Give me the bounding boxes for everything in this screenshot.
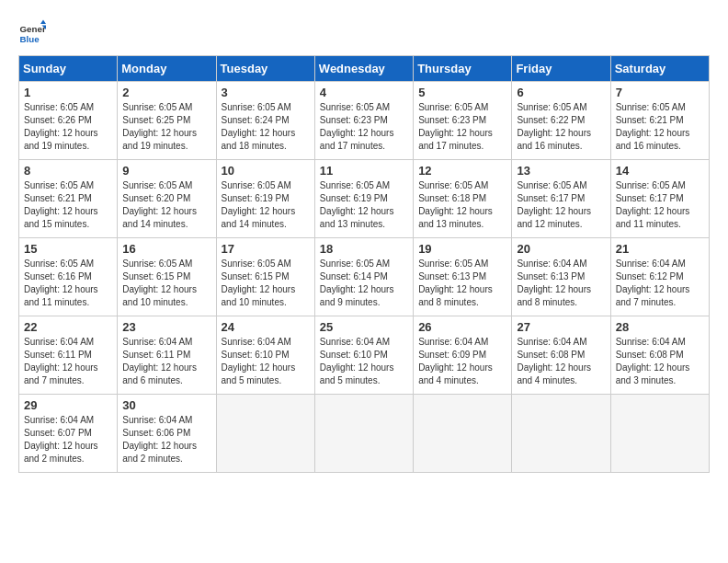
day-number: 27 bbox=[517, 320, 605, 334]
day-info: Sunrise: 6:05 AMSunset: 6:26 PMDaylight:… bbox=[24, 101, 112, 153]
weekday-header-row: SundayMondayTuesdayWednesdayThursdayFrid… bbox=[19, 56, 710, 82]
day-info: Sunrise: 6:05 AMSunset: 6:21 PMDaylight:… bbox=[24, 179, 112, 231]
weekday-header: Monday bbox=[118, 56, 216, 82]
day-info: Sunrise: 6:05 AMSunset: 6:23 PMDaylight:… bbox=[320, 101, 408, 153]
calendar-cell: 29Sunrise: 6:04 AMSunset: 6:07 PMDayligh… bbox=[19, 395, 118, 473]
day-number: 12 bbox=[418, 164, 506, 178]
calendar-cell: 1Sunrise: 6:05 AMSunset: 6:26 PMDaylight… bbox=[19, 82, 118, 160]
day-info: Sunrise: 6:04 AMSunset: 6:13 PMDaylight:… bbox=[517, 258, 605, 309]
day-number: 24 bbox=[222, 320, 310, 334]
day-number: 4 bbox=[320, 86, 408, 99]
calendar-cell: 18Sunrise: 6:05 AMSunset: 6:14 PMDayligh… bbox=[314, 238, 413, 316]
calendar-cell bbox=[414, 395, 512, 473]
weekday-header: Wednesday bbox=[314, 56, 413, 82]
calendar-cell: 25Sunrise: 6:04 AMSunset: 6:10 PMDayligh… bbox=[314, 316, 413, 395]
day-info: Sunrise: 6:04 AMSunset: 6:12 PMDaylight:… bbox=[616, 258, 704, 309]
calendar-week-row: 29Sunrise: 6:04 AMSunset: 6:07 PMDayligh… bbox=[19, 395, 710, 473]
logo-icon: General Blue bbox=[18, 18, 46, 46]
calendar-week-row: 1Sunrise: 6:05 AMSunset: 6:26 PMDaylight… bbox=[19, 82, 710, 160]
day-number: 15 bbox=[24, 242, 112, 256]
calendar-cell: 8Sunrise: 6:05 AMSunset: 6:21 PMDaylight… bbox=[19, 160, 118, 238]
day-number: 3 bbox=[222, 86, 310, 99]
svg-text:Blue: Blue bbox=[20, 34, 40, 44]
calendar-cell bbox=[610, 395, 709, 473]
calendar-cell: 20Sunrise: 6:04 AMSunset: 6:13 PMDayligh… bbox=[512, 238, 610, 316]
calendar-cell: 15Sunrise: 6:05 AMSunset: 6:16 PMDayligh… bbox=[19, 238, 118, 316]
day-info: Sunrise: 6:05 AMSunset: 6:19 PMDaylight:… bbox=[222, 179, 310, 231]
calendar-cell: 30Sunrise: 6:04 AMSunset: 6:06 PMDayligh… bbox=[118, 395, 216, 473]
calendar-cell: 4Sunrise: 6:05 AMSunset: 6:23 PMDaylight… bbox=[314, 82, 413, 160]
day-number: 19 bbox=[418, 242, 506, 256]
day-info: Sunrise: 6:05 AMSunset: 6:22 PMDaylight:… bbox=[517, 101, 605, 153]
day-number: 29 bbox=[24, 398, 112, 412]
calendar-week-row: 8Sunrise: 6:05 AMSunset: 6:21 PMDaylight… bbox=[19, 160, 710, 238]
calendar-cell: 14Sunrise: 6:05 AMSunset: 6:17 PMDayligh… bbox=[610, 160, 709, 238]
day-number: 20 bbox=[517, 242, 605, 256]
day-info: Sunrise: 6:04 AMSunset: 6:10 PMDaylight:… bbox=[222, 336, 310, 387]
calendar-table: SundayMondayTuesdayWednesdayThursdayFrid… bbox=[18, 55, 710, 473]
logo: General Blue bbox=[18, 18, 46, 46]
day-info: Sunrise: 6:05 AMSunset: 6:24 PMDaylight:… bbox=[222, 101, 310, 153]
day-number: 23 bbox=[122, 320, 210, 334]
calendar-cell: 16Sunrise: 6:05 AMSunset: 6:15 PMDayligh… bbox=[118, 238, 216, 316]
calendar-cell: 13Sunrise: 6:05 AMSunset: 6:17 PMDayligh… bbox=[512, 160, 610, 238]
day-number: 18 bbox=[320, 242, 408, 256]
weekday-header: Tuesday bbox=[216, 56, 314, 82]
calendar-cell: 23Sunrise: 6:04 AMSunset: 6:11 PMDayligh… bbox=[118, 316, 216, 395]
calendar-cell bbox=[216, 395, 314, 473]
calendar-cell: 3Sunrise: 6:05 AMSunset: 6:24 PMDaylight… bbox=[216, 82, 314, 160]
day-info: Sunrise: 6:05 AMSunset: 6:16 PMDaylight:… bbox=[24, 258, 112, 309]
day-info: Sunrise: 6:05 AMSunset: 6:23 PMDaylight:… bbox=[418, 101, 506, 153]
day-info: Sunrise: 6:04 AMSunset: 6:10 PMDaylight:… bbox=[320, 336, 408, 387]
calendar-cell: 27Sunrise: 6:04 AMSunset: 6:08 PMDayligh… bbox=[512, 316, 610, 395]
weekday-header: Sunday bbox=[19, 56, 118, 82]
weekday-header: Thursday bbox=[414, 56, 512, 82]
day-info: Sunrise: 6:04 AMSunset: 6:09 PMDaylight:… bbox=[418, 336, 506, 387]
day-number: 9 bbox=[122, 164, 210, 178]
day-info: Sunrise: 6:05 AMSunset: 6:15 PMDaylight:… bbox=[222, 258, 310, 309]
day-info: Sunrise: 6:05 AMSunset: 6:19 PMDaylight:… bbox=[320, 179, 408, 231]
calendar-cell: 21Sunrise: 6:04 AMSunset: 6:12 PMDayligh… bbox=[610, 238, 709, 316]
day-info: Sunrise: 6:05 AMSunset: 6:21 PMDaylight:… bbox=[616, 101, 704, 153]
day-info: Sunrise: 6:04 AMSunset: 6:07 PMDaylight:… bbox=[24, 414, 112, 465]
day-number: 8 bbox=[24, 164, 112, 178]
day-info: Sunrise: 6:05 AMSunset: 6:13 PMDaylight:… bbox=[418, 258, 506, 309]
weekday-header: Friday bbox=[512, 56, 610, 82]
calendar-cell: 10Sunrise: 6:05 AMSunset: 6:19 PMDayligh… bbox=[216, 160, 314, 238]
day-info: Sunrise: 6:04 AMSunset: 6:08 PMDaylight:… bbox=[517, 336, 605, 387]
weekday-header: Saturday bbox=[610, 56, 709, 82]
day-info: Sunrise: 6:05 AMSunset: 6:17 PMDaylight:… bbox=[517, 179, 605, 231]
calendar-cell: 11Sunrise: 6:05 AMSunset: 6:19 PMDayligh… bbox=[314, 160, 413, 238]
calendar-cell: 12Sunrise: 6:05 AMSunset: 6:18 PMDayligh… bbox=[414, 160, 512, 238]
day-info: Sunrise: 6:04 AMSunset: 6:11 PMDaylight:… bbox=[122, 336, 210, 387]
day-info: Sunrise: 6:05 AMSunset: 6:18 PMDaylight:… bbox=[418, 179, 506, 231]
day-number: 6 bbox=[517, 86, 605, 99]
day-number: 16 bbox=[122, 242, 210, 256]
calendar-cell: 26Sunrise: 6:04 AMSunset: 6:09 PMDayligh… bbox=[414, 316, 512, 395]
calendar-cell: 5Sunrise: 6:05 AMSunset: 6:23 PMDaylight… bbox=[414, 82, 512, 160]
day-number: 13 bbox=[517, 164, 605, 178]
day-number: 11 bbox=[320, 164, 408, 178]
day-number: 17 bbox=[222, 242, 310, 256]
day-number: 28 bbox=[616, 320, 704, 334]
calendar-cell bbox=[512, 395, 610, 473]
calendar-cell: 9Sunrise: 6:05 AMSunset: 6:20 PMDaylight… bbox=[118, 160, 216, 238]
day-info: Sunrise: 6:04 AMSunset: 6:06 PMDaylight:… bbox=[122, 414, 210, 465]
day-number: 22 bbox=[24, 320, 112, 334]
day-info: Sunrise: 6:05 AMSunset: 6:17 PMDaylight:… bbox=[616, 179, 704, 231]
calendar-cell: 2Sunrise: 6:05 AMSunset: 6:25 PMDaylight… bbox=[118, 82, 216, 160]
calendar-cell: 24Sunrise: 6:04 AMSunset: 6:10 PMDayligh… bbox=[216, 316, 314, 395]
page-header: General Blue bbox=[18, 18, 710, 46]
calendar-cell: 7Sunrise: 6:05 AMSunset: 6:21 PMDaylight… bbox=[610, 82, 709, 160]
day-info: Sunrise: 6:05 AMSunset: 6:20 PMDaylight:… bbox=[122, 179, 210, 231]
day-number: 5 bbox=[418, 86, 506, 99]
svg-marker-2 bbox=[40, 20, 46, 25]
day-number: 25 bbox=[320, 320, 408, 334]
calendar-cell: 17Sunrise: 6:05 AMSunset: 6:15 PMDayligh… bbox=[216, 238, 314, 316]
day-number: 7 bbox=[616, 86, 704, 99]
day-number: 10 bbox=[222, 164, 310, 178]
calendar-week-row: 22Sunrise: 6:04 AMSunset: 6:11 PMDayligh… bbox=[19, 316, 710, 395]
day-info: Sunrise: 6:04 AMSunset: 6:11 PMDaylight:… bbox=[24, 336, 112, 387]
calendar-cell: 28Sunrise: 6:04 AMSunset: 6:08 PMDayligh… bbox=[610, 316, 709, 395]
day-number: 1 bbox=[24, 86, 112, 99]
